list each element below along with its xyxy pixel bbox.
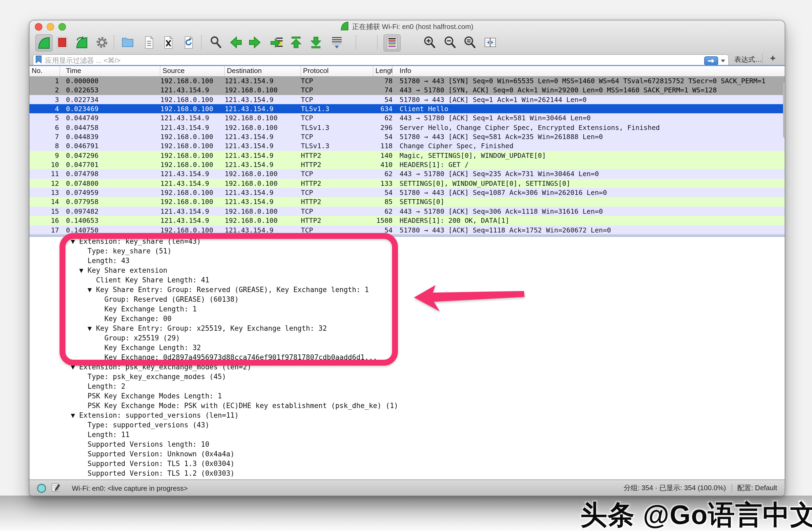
go-back-icon[interactable] [228, 34, 244, 51]
table-row[interactable]: 9 0.047296 192.168.0.100 121.43.154.9 HT… [29, 151, 785, 160]
resize-columns-icon[interactable] [482, 34, 498, 51]
last-packet-icon[interactable] [308, 34, 324, 51]
cell-info: SETTINGS[0], WINDOW_UPDATE[0], SETTINGS[… [393, 179, 785, 188]
detail-tree-line[interactable]: ▼ Key Share extension [71, 266, 785, 276]
table-row[interactable]: 6 0.044758 121.43.154.9 192.168.0.100 TL… [29, 123, 785, 132]
open-file-icon[interactable] [120, 34, 136, 51]
table-row[interactable]: 2 0.022653 121.43.154.9 192.168.0.100 TC… [29, 86, 785, 95]
detail-tree-line[interactable]: Type: psk_key_exchange_modes (45) [71, 372, 785, 382]
cell-length: 54 [373, 225, 393, 235]
packet-list-scrollbar[interactable] [783, 81, 785, 139]
detail-tree-line[interactable]: ▼ Key Share Entry: Group: x25519, Key Ex… [71, 324, 785, 333]
capture-stop-icon[interactable] [54, 34, 70, 51]
filter-history-caret[interactable] [721, 60, 725, 62]
detail-tree-line[interactable]: Group: x25519 (29) [71, 333, 785, 343]
detail-tree-line[interactable]: Key Exchange Length: 1 [71, 304, 785, 314]
profile-text[interactable]: 配置: Default [737, 483, 777, 493]
close-file-icon[interactable] [160, 34, 176, 51]
table-row[interactable]: 4 0.023469 192.168.0.100 121.43.154.9 TL… [29, 104, 785, 114]
zoom-out-icon[interactable] [442, 34, 458, 51]
detail-tree-line[interactable]: ▼ Extension: supported_versions (len=11) [71, 411, 785, 420]
minimize-window-button[interactable] [47, 23, 54, 31]
table-row[interactable]: 16 0.140653 121.43.154.9 192.168.0.100 H… [29, 216, 785, 225]
find-packet-icon[interactable] [208, 34, 224, 51]
column-header-no[interactable]: No. [29, 66, 60, 76]
detail-tree-line[interactable]: Type: key_share (51) [71, 247, 785, 256]
reload-file-icon[interactable] [181, 34, 197, 51]
table-row[interactable]: 3 0.022734 192.168.0.100 121.43.154.9 TC… [29, 95, 785, 104]
filter-bookmark-icon[interactable] [35, 55, 42, 66]
apply-filter-button[interactable] [704, 56, 718, 66]
detail-tree-line[interactable]: Length: 2 [71, 382, 785, 391]
table-row[interactable]: 1 0.000000 192.168.0.100 121.43.154.9 TC… [29, 76, 785, 86]
detail-tree-line[interactable]: Supported Version: TLS 1.2 (0x0303) [71, 469, 785, 478]
column-header-info[interactable]: Info [393, 66, 785, 76]
column-header-destination[interactable]: Destination [225, 66, 301, 76]
packet-count-text: 分组: 354 · 已显示: 354 (100.0%) [624, 483, 726, 493]
pane-splitter[interactable] [29, 235, 785, 237]
table-row[interactable]: 15 0.097482 121.43.154.9 192.168.0.100 T… [29, 207, 785, 216]
cell-info: Change Cipher Spec, Finished [393, 141, 785, 151]
toolbar-separator [356, 36, 356, 50]
wireshark-start-icon[interactable] [35, 34, 53, 52]
cell-info: 51780 → 443 [ACK] Seq=1 Ack=1 Win=262144… [393, 95, 785, 104]
cell-info: 51780 → 443 [ACK] Seq=581 Ack=235 Win=26… [393, 132, 785, 141]
expert-info-icon[interactable] [37, 484, 46, 493]
table-row[interactable]: 17 0.140750 192.168.0.100 121.43.154.9 T… [29, 225, 785, 235]
detail-tree-line[interactable]: Length: 43 [71, 256, 785, 266]
status-right-group: 分组: 354 · 已显示: 354 (100.0%) 配置: Default [624, 483, 777, 493]
cell-no: 8 [29, 141, 60, 151]
main-toolbar [29, 33, 785, 53]
table-row[interactable]: 12 0.074800 121.43.154.9 192.168.0.100 H… [29, 179, 785, 188]
cell-source: 192.168.0.100 [160, 95, 225, 104]
zoom-reset-icon[interactable] [462, 34, 478, 51]
detail-tree-line[interactable]: Group: Reserved (GREASE) (60138) [71, 295, 785, 304]
column-header-time[interactable]: Time [60, 66, 160, 76]
cell-time: 0.046791 [60, 141, 160, 151]
table-row[interactable]: 14 0.077958 192.168.0.100 121.43.154.9 H… [29, 197, 785, 207]
detail-tree-line[interactable]: PSK Key Exchange Mode: PSK with (EC)DHE … [71, 401, 785, 411]
column-header-source[interactable]: Source [160, 66, 225, 76]
detail-tree-line[interactable]: Supported Version: TLS 1.3 (0x0304) [71, 459, 785, 469]
close-window-button[interactable] [35, 23, 42, 31]
capture-comment-icon[interactable] [52, 483, 60, 494]
cell-info: 443 → 51780 [ACK] Seq=235 Ack=731 Win=30… [393, 169, 785, 179]
filter-bar: 应用显示过滤器 ... <⌘/> 表达式… + [29, 53, 785, 66]
table-row[interactable]: 13 0.074959 192.168.0.100 121.43.154.9 T… [29, 188, 785, 197]
table-row[interactable]: 5 0.044749 121.43.154.9 192.168.0.100 TC… [29, 114, 785, 123]
capture-options-icon[interactable] [94, 34, 110, 51]
table-row[interactable]: 7 0.044839 192.168.0.100 121.43.154.9 TC… [29, 132, 785, 141]
detail-tree-line[interactable]: PSK Key Exchange Modes Length: 1 [71, 391, 785, 401]
go-to-packet-icon[interactable] [269, 34, 285, 51]
expression-button[interactable]: 表达式… [734, 55, 762, 65]
first-packet-icon[interactable] [288, 34, 304, 51]
table-row[interactable]: 10 0.047701 192.168.0.100 121.43.154.9 H… [29, 160, 785, 169]
detail-tree-line[interactable]: Key Exchange Length: 32 [71, 343, 785, 353]
save-file-icon[interactable] [141, 34, 157, 51]
cell-destination: 192.168.0.100 [225, 207, 301, 216]
auto-scroll-icon[interactable] [329, 34, 345, 51]
status-separator [731, 484, 732, 492]
table-row[interactable]: 8 0.046791 192.168.0.100 121.43.154.9 TL… [29, 141, 785, 151]
capture-restart-icon[interactable] [73, 34, 90, 51]
detail-tree-line[interactable]: ▼ Key Share Entry: Group: Reserved (GREA… [71, 285, 785, 295]
zoom-window-button[interactable] [58, 23, 66, 31]
zoom-in-icon[interactable] [422, 34, 438, 51]
detail-tree-line[interactable]: Type: supported_versions (43) [71, 420, 785, 430]
detail-tree-line[interactable]: Key Exchange: 00 [71, 314, 785, 324]
column-header-length[interactable]: Length [373, 66, 393, 76]
detail-tree-line[interactable]: Supported Version: Unknown (0x4a4a) [71, 449, 785, 459]
detail-tree-line[interactable]: Client Key Share Length: 41 [71, 276, 785, 285]
go-forward-icon[interactable] [247, 34, 263, 51]
detail-tree-line[interactable]: ▼ Extension: key_share (len=43) [71, 237, 785, 247]
cell-no: 14 [29, 197, 60, 207]
detail-tree-line[interactable]: Supported Versions length: 10 [71, 440, 785, 449]
detail-tree-line[interactable]: Length: 11 [71, 430, 785, 440]
toolbar-separator [201, 36, 202, 50]
colorize-packets-icon[interactable] [383, 34, 401, 52]
column-header-protocol[interactable]: Protocol [301, 66, 373, 76]
detail-tree-line[interactable]: Key Exchange: 0d2897a4956973d88cca746ef9… [71, 353, 785, 362]
detail-tree-line[interactable]: ▼ Extension: psk_key_exchange_modes (len… [71, 362, 785, 372]
table-row[interactable]: 11 0.074798 121.43.154.9 192.168.0.100 T… [29, 169, 785, 179]
add-filter-button[interactable]: + [770, 53, 775, 64]
